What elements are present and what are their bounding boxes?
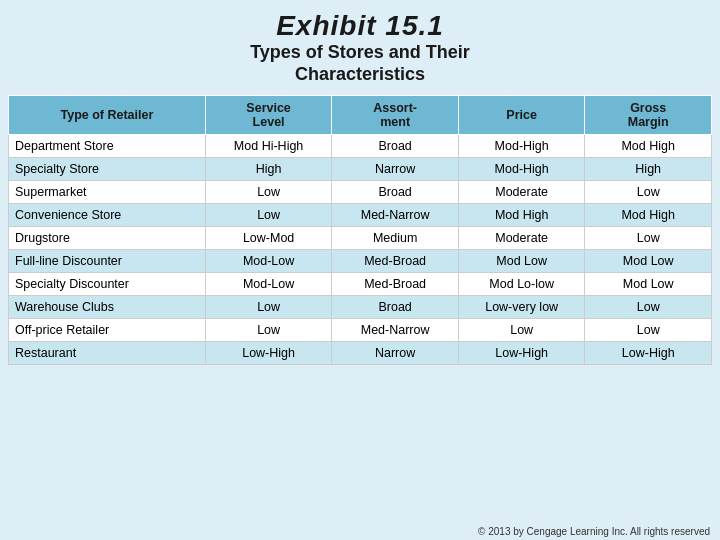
table-cell: Low (585, 319, 712, 342)
table-cell: Low (585, 227, 712, 250)
table-cell: Mod-Low (205, 250, 332, 273)
header: Exhibit 15.1 Types of Stores and Their C… (0, 0, 720, 91)
table-cell: Specialty Discounter (9, 273, 206, 296)
table-cell: Warehouse Clubs (9, 296, 206, 319)
table-cell: Mod-Low (205, 273, 332, 296)
table-cell: Medium (332, 227, 459, 250)
table-cell: Specialty Store (9, 158, 206, 181)
table-cell: Broad (332, 135, 459, 158)
table-cell: Mod High (585, 135, 712, 158)
col-header-price: Price (458, 96, 585, 135)
footer-copyright: © 2013 by Cengage Learning Inc. All righ… (0, 524, 720, 540)
table-cell: Moderate (458, 181, 585, 204)
table-row: Specialty StoreHighNarrowMod-HighHigh (9, 158, 712, 181)
table-cell: Mod Low (585, 273, 712, 296)
table-row: Full-line DiscounterMod-LowMed-BroadMod … (9, 250, 712, 273)
table-row: Convenience StoreLowMed-NarrowMod HighMo… (9, 204, 712, 227)
col-header-service: ServiceLevel (205, 96, 332, 135)
table-cell: Mod Hi-High (205, 135, 332, 158)
table-cell: High (585, 158, 712, 181)
table-cell: Med-Narrow (332, 204, 459, 227)
table-row: Off-price RetailerLowMed-NarrowLowLow (9, 319, 712, 342)
table-cell: Low-very low (458, 296, 585, 319)
table-cell: Med-Narrow (332, 319, 459, 342)
page: Exhibit 15.1 Types of Stores and Their C… (0, 0, 720, 540)
table-cell: High (205, 158, 332, 181)
table-cell: Full-line Discounter (9, 250, 206, 273)
table-cell: Low-High (205, 342, 332, 365)
table-cell: Low (205, 296, 332, 319)
table-cell: Mod High (585, 204, 712, 227)
table-cell: Mod Lo-low (458, 273, 585, 296)
table-cell: Low (458, 319, 585, 342)
table-cell: Department Store (9, 135, 206, 158)
main-table: Type of Retailer ServiceLevel Assort-men… (8, 95, 712, 365)
table-cell: Low (205, 319, 332, 342)
table-cell: Med-Broad (332, 273, 459, 296)
table-cell: Low-High (458, 342, 585, 365)
table-cell: Low (205, 181, 332, 204)
table-cell: Low-High (585, 342, 712, 365)
table-cell: Broad (332, 296, 459, 319)
table-cell: Convenience Store (9, 204, 206, 227)
table-cell: Broad (332, 181, 459, 204)
table-cell: Mod Low (585, 250, 712, 273)
table-cell: Mod-High (458, 158, 585, 181)
col-header-margin: GrossMargin (585, 96, 712, 135)
table-cell: Low-Mod (205, 227, 332, 250)
table-header-row: Type of Retailer ServiceLevel Assort-men… (9, 96, 712, 135)
table-row: Specialty DiscounterMod-LowMed-BroadMod … (9, 273, 712, 296)
col-header-type: Type of Retailer (9, 96, 206, 135)
table-cell: Drugstore (9, 227, 206, 250)
table-cell: Restaurant (9, 342, 206, 365)
table-row: DrugstoreLow-ModMediumModerateLow (9, 227, 712, 250)
table-cell: Moderate (458, 227, 585, 250)
table-cell: Mod-High (458, 135, 585, 158)
exhibit-title: Exhibit 15.1 (0, 10, 720, 42)
exhibit-subtitle: Types of Stores and Their Characteristic… (0, 42, 720, 85)
table-cell: Supermarket (9, 181, 206, 204)
table-row: Warehouse ClubsLowBroadLow-very lowLow (9, 296, 712, 319)
table-cell: Mod Low (458, 250, 585, 273)
table-cell: Med-Broad (332, 250, 459, 273)
table-cell: Narrow (332, 342, 459, 365)
table-cell: Mod High (458, 204, 585, 227)
col-header-assort: Assort-ment (332, 96, 459, 135)
table-cell: Off-price Retailer (9, 319, 206, 342)
table-cell: Narrow (332, 158, 459, 181)
table-cell: Low (585, 181, 712, 204)
table-row: RestaurantLow-HighNarrowLow-HighLow-High (9, 342, 712, 365)
table-cell: Low (585, 296, 712, 319)
table-row: SupermarketLowBroadModerateLow (9, 181, 712, 204)
table-cell: Low (205, 204, 332, 227)
table-wrapper: Type of Retailer ServiceLevel Assort-men… (0, 91, 720, 524)
table-row: Department StoreMod Hi-HighBroadMod-High… (9, 135, 712, 158)
